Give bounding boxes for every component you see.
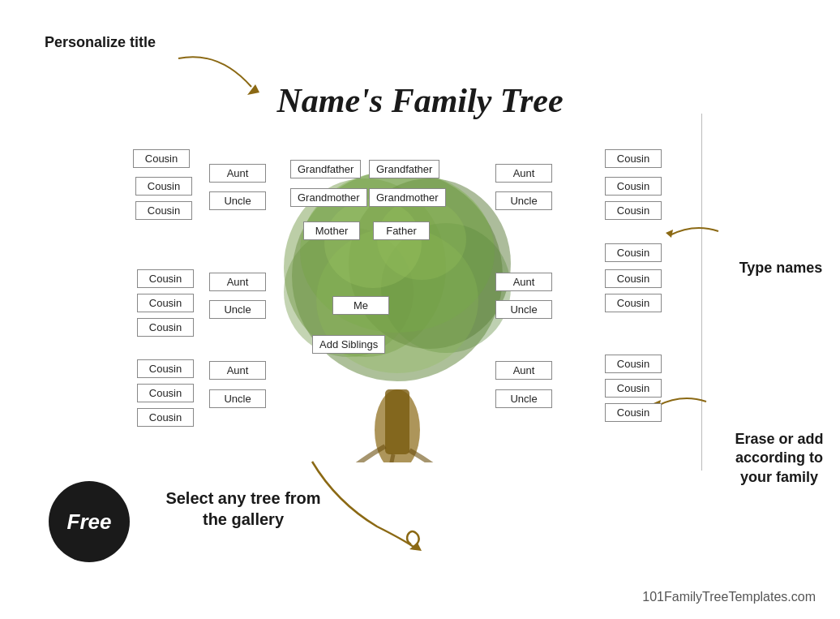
aunt-left-2[interactable]: Aunt — [209, 273, 266, 291]
cousin-right-5[interactable]: Cousin — [605, 269, 662, 288]
type-names-label: Type names — [736, 260, 825, 277]
free-badge-text: Free — [67, 509, 112, 535]
title-area: Name's Family Tree — [276, 81, 563, 120]
cousin-left-2[interactable]: Cousin — [135, 177, 192, 196]
svg-rect-2 — [385, 389, 409, 454]
cousin-left-3[interactable]: Cousin — [135, 201, 192, 220]
cousin-left-1[interactable]: Cousin — [133, 149, 190, 168]
aunt-left-3[interactable]: Aunt — [209, 361, 266, 380]
svg-marker-12 — [666, 230, 673, 238]
cousin-right-9[interactable]: Cousin — [605, 403, 662, 422]
siblings-box[interactable]: Add Siblings — [312, 335, 385, 354]
cousin-left-6[interactable]: Cousin — [137, 318, 194, 337]
mother-box[interactable]: Mother — [303, 221, 360, 240]
cousin-left-7[interactable]: Cousin — [137, 359, 194, 378]
cousin-left-9[interactable]: Cousin — [137, 408, 194, 427]
grandmother-left-box[interactable]: Grandmother — [290, 188, 367, 207]
website-label: 101FamilyTreeTemplates.com — [642, 590, 816, 604]
aunt-right-3[interactable]: Aunt — [495, 361, 552, 380]
free-badge: Free — [49, 481, 130, 562]
cousin-right-6[interactable]: Cousin — [605, 294, 662, 312]
personalize-label: Personalize title — [45, 34, 156, 51]
family-tree-title: Name's Family Tree — [276, 81, 563, 120]
cousin-right-8[interactable]: Cousin — [605, 379, 662, 398]
cousin-right-3[interactable]: Cousin — [605, 201, 662, 220]
aunt-right-2[interactable]: Aunt — [495, 273, 552, 291]
page: Personalize title Name's Family Tree — [0, 0, 840, 619]
personalize-arrow — [170, 50, 268, 102]
cousin-left-4[interactable]: Cousin — [137, 269, 194, 288]
type-names-arrow — [662, 215, 726, 251]
uncle-right-1[interactable]: Uncle — [495, 191, 552, 210]
grandmother-right-box[interactable]: Grandmother — [369, 188, 446, 207]
cousin-left-8[interactable]: Cousin — [137, 384, 194, 402]
erase-add-label: Erase or add according to your family — [726, 430, 832, 487]
uncle-left-2[interactable]: Uncle — [209, 300, 266, 319]
cousin-right-1[interactable]: Cousin — [605, 149, 662, 168]
uncle-right-2[interactable]: Uncle — [495, 300, 552, 319]
aunt-left-1[interactable]: Aunt — [209, 164, 266, 183]
grandfather-left-box[interactable]: Grandfather — [290, 160, 361, 178]
cousin-left-5[interactable]: Cousin — [137, 294, 194, 312]
cousin-right-4[interactable]: Cousin — [605, 243, 662, 262]
uncle-right-3[interactable]: Uncle — [495, 389, 552, 408]
uncle-left-1[interactable]: Uncle — [209, 191, 266, 210]
father-box[interactable]: Father — [373, 221, 430, 240]
me-box[interactable]: Me — [332, 296, 389, 315]
select-tree-arrow — [296, 454, 426, 554]
grandfather-right-box[interactable]: Grandfather — [369, 160, 439, 178]
cousin-right-2[interactable]: Cousin — [605, 177, 662, 196]
cousin-right-7[interactable]: Cousin — [605, 355, 662, 373]
aunt-right-1[interactable]: Aunt — [495, 164, 552, 183]
svg-marker-0 — [247, 84, 259, 95]
uncle-left-3[interactable]: Uncle — [209, 389, 266, 408]
